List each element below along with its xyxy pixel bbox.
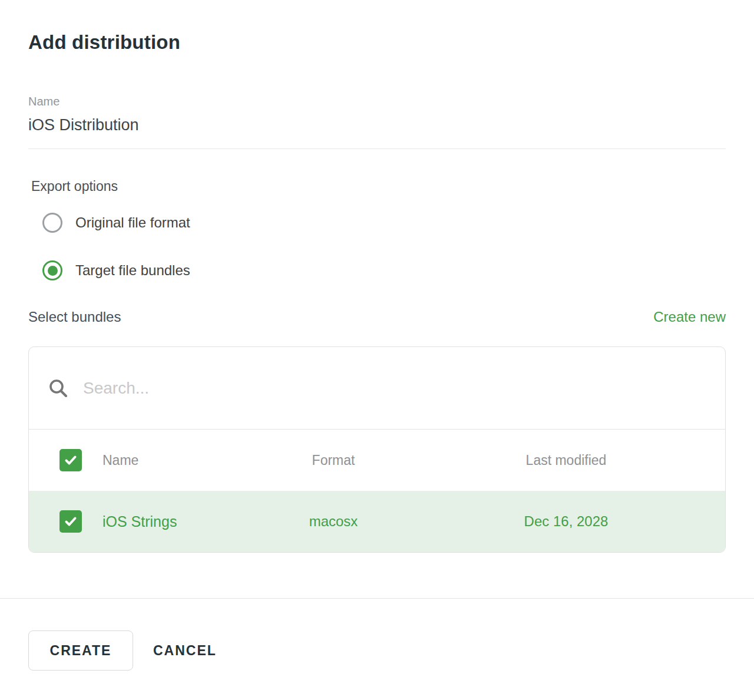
search-icon — [48, 378, 69, 399]
radio-selected-icon[interactable] — [42, 260, 62, 280]
cancel-button[interactable]: CANCEL — [153, 643, 217, 659]
radio-option-target-file-bundles[interactable]: Target file bundles — [28, 260, 726, 280]
name-field-label: Name — [28, 95, 726, 108]
export-options-label: Export options — [31, 179, 726, 194]
row-checkbox[interactable] — [59, 510, 82, 533]
column-header-last-modified: Last modified — [407, 453, 725, 468]
bundle-last-modified-cell: Dec 16, 2028 — [407, 513, 725, 530]
name-field-group: Name — [28, 95, 726, 149]
footer-divider — [0, 598, 754, 599]
select-all-checkbox[interactable] — [59, 449, 82, 471]
create-new-link[interactable]: Create new — [653, 309, 726, 325]
bundle-selector-panel: Name Format Last modified iOS Strings ma… — [28, 346, 726, 553]
select-bundles-label: Select bundles — [28, 309, 121, 325]
select-bundles-header: Select bundles Create new — [28, 309, 726, 325]
bundle-format-cell: macosx — [260, 513, 407, 530]
column-header-name: Name — [82, 453, 260, 468]
bundle-search-input[interactable] — [83, 379, 725, 398]
bundle-table-header: Name Format Last modified — [29, 430, 725, 491]
radio-option-label: Original file format — [75, 214, 190, 231]
checkmark-icon — [64, 514, 78, 529]
radio-option-original-file-format[interactable]: Original file format — [28, 213, 726, 233]
bundle-name-cell: iOS Strings — [82, 513, 260, 530]
radio-unselected-icon[interactable] — [42, 213, 62, 233]
radio-option-label: Target file bundles — [75, 262, 190, 279]
name-field[interactable] — [28, 115, 726, 149]
form-actions: CREATE CANCEL — [28, 630, 726, 671]
add-distribution-form: Add distribution Name Export options Ori… — [0, 31, 754, 671]
bundle-row-ios-strings[interactable]: iOS Strings macosx Dec 16, 2028 — [29, 491, 725, 552]
bundle-search-row — [29, 347, 725, 430]
page-title: Add distribution — [28, 31, 726, 54]
checkmark-icon — [64, 453, 78, 467]
create-button[interactable]: CREATE — [28, 630, 133, 671]
column-header-format: Format — [260, 453, 407, 468]
